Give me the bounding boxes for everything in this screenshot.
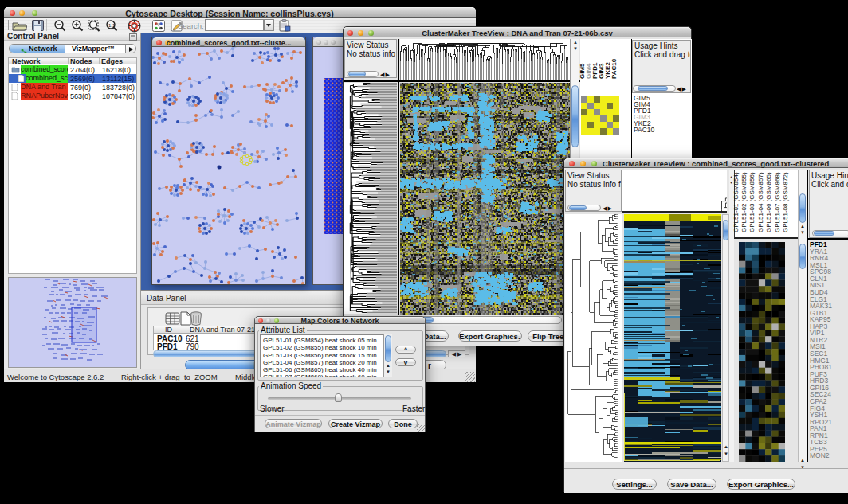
svg-text:1:1: 1:1 (108, 23, 116, 28)
